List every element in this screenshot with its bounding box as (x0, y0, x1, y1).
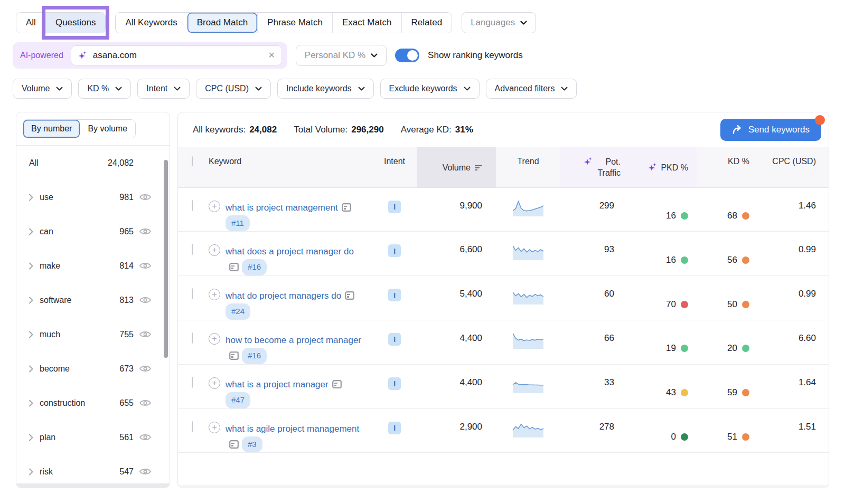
eye-icon[interactable] (139, 227, 152, 235)
eye-icon[interactable] (139, 330, 152, 338)
clear-search-icon[interactable]: ✕ (268, 51, 275, 60)
sort-by-volume[interactable]: By volume (80, 120, 135, 138)
intent-badge[interactable]: I (388, 244, 401, 257)
filter-kd-[interactable]: KD % (78, 79, 131, 99)
ranking-position-badge[interactable]: #47 (226, 392, 250, 408)
sidebar-group-construction[interactable]: construction 655 (16, 386, 170, 420)
cpc-value: 1.64 (759, 365, 829, 408)
eye-icon[interactable] (139, 365, 152, 373)
show-ranking-keywords-toggle[interactable] (395, 49, 419, 62)
row-checkbox[interactable] (192, 200, 193, 211)
filter-intent[interactable]: Intent (137, 79, 190, 99)
pkd-header[interactable]: PKD % (628, 147, 697, 187)
filter-advanced-filters[interactable]: Advanced filters (486, 79, 577, 99)
row-checkbox[interactable] (192, 421, 193, 432)
eye-icon[interactable] (139, 433, 152, 441)
eye-icon[interactable] (139, 468, 152, 476)
filter-exclude-keywords[interactable]: Exclude keywords (380, 79, 480, 99)
add-keyword-icon[interactable]: + (209, 244, 220, 256)
serp-features-icon[interactable] (229, 440, 239, 449)
chevron-right-icon[interactable] (26, 365, 36, 373)
tab-all-keywords[interactable]: All Keywords (116, 13, 186, 33)
send-keywords-button[interactable]: Send keywords (720, 119, 821, 141)
eye-icon[interactable] (139, 296, 152, 304)
ranking-position-badge[interactable]: #24 (226, 303, 250, 320)
chevron-right-icon[interactable] (26, 468, 36, 476)
serp-features-icon[interactable] (342, 203, 351, 212)
keyword-header[interactable]: Keyword (209, 147, 372, 187)
tab-phrase-match[interactable]: Phrase Match (257, 13, 332, 33)
intent-badge[interactable]: I (388, 201, 401, 213)
ranking-position-badge[interactable]: #16 (242, 259, 267, 275)
keyword-link[interactable]: what do project managers do (226, 291, 341, 301)
keyword-link[interactable]: what is agile project management (226, 424, 359, 434)
sidebar-group-make[interactable]: make 814 (16, 249, 170, 283)
filter-include-keywords[interactable]: Include keywords (277, 79, 374, 99)
keyword-link[interactable]: what is project management (226, 203, 338, 213)
eye-icon[interactable] (139, 399, 152, 407)
serp-features-icon[interactable] (345, 291, 354, 300)
chevron-right-icon[interactable] (26, 331, 36, 338)
tab-label: Related (411, 17, 443, 27)
sort-by-number[interactable]: By number (23, 120, 80, 138)
potential-traffic-header[interactable]: Pot.Traffic (560, 147, 628, 187)
filter-cpc-usd-[interactable]: CPC (USD) (196, 79, 271, 99)
tab-broad-match[interactable]: Broad Match (187, 13, 257, 33)
keyword-link[interactable]: what does a project manager do (226, 246, 354, 256)
filter-volume[interactable]: Volume (13, 79, 72, 99)
languages-dropdown[interactable]: Languages (462, 12, 536, 33)
chevron-right-icon[interactable] (26, 434, 36, 441)
ranking-position-badge[interactable]: #11 (226, 215, 250, 232)
ranking-position-badge[interactable]: #3 (242, 436, 262, 453)
add-keyword-icon[interactable]: + (209, 289, 220, 300)
tab-label: Phrase Match (267, 17, 323, 27)
cpc-header[interactable]: CPC (USD) (759, 147, 829, 187)
keyword-groups-sidebar: By numberBy volume All 24,082 use 981 ca… (16, 112, 170, 488)
sidebar-group-use[interactable]: use 981 (16, 180, 170, 214)
intent-badge[interactable]: I (388, 377, 401, 390)
ranking-position-badge[interactable]: #16 (242, 348, 267, 364)
serp-features-icon[interactable] (229, 351, 239, 360)
eye-icon[interactable] (139, 262, 152, 270)
sidebar-group-become[interactable]: become 673 (16, 351, 170, 386)
kd-header[interactable]: KD % (697, 147, 759, 187)
chevron-right-icon[interactable] (26, 400, 36, 407)
keyword-link[interactable]: how to become a project manager (226, 335, 361, 345)
sidebar-horizontal-scrollbar[interactable] (16, 483, 170, 488)
tab-questions[interactable]: Questions (45, 13, 106, 33)
serp-features-icon[interactable] (332, 380, 342, 388)
tab-all[interactable]: All (16, 13, 45, 33)
sidebar-group-plan[interactable]: plan 561 (16, 420, 170, 454)
intent-badge[interactable]: I (388, 333, 401, 346)
sidebar-group-software[interactable]: software 813 (16, 283, 170, 317)
row-checkbox[interactable] (192, 288, 193, 299)
eye-icon[interactable] (139, 193, 152, 201)
tab-related[interactable]: Related (401, 13, 452, 33)
sidebar-scrollbar-thumb[interactable] (164, 160, 168, 358)
add-keyword-icon[interactable]: + (209, 333, 220, 345)
chevron-right-icon[interactable] (26, 194, 36, 201)
intent-badge[interactable]: I (388, 422, 401, 434)
chevron-right-icon[interactable] (26, 262, 36, 270)
chevron-right-icon[interactable] (26, 228, 36, 235)
keyword-link[interactable]: what is a project manager (226, 379, 328, 389)
select-all-checkbox[interactable] (192, 156, 193, 166)
sidebar-group-can[interactable]: can 965 (16, 214, 170, 249)
keyword-search-input[interactable] (93, 50, 263, 61)
tab-exact-match[interactable]: Exact Match (332, 13, 401, 33)
sidebar-group-much[interactable]: much 755 (16, 317, 170, 351)
add-keyword-icon[interactable]: + (209, 201, 220, 212)
serp-features-icon[interactable] (229, 263, 239, 271)
row-checkbox[interactable] (192, 332, 193, 344)
add-keyword-icon[interactable]: + (209, 422, 220, 433)
intent-badge[interactable]: I (388, 289, 401, 301)
intent-header[interactable]: Intent (372, 147, 417, 187)
chevron-right-icon[interactable] (26, 297, 36, 304)
row-checkbox[interactable] (192, 377, 193, 388)
personal-kd-dropdown[interactable]: Personal KD % (296, 45, 387, 66)
volume-header[interactable]: Volume (417, 147, 496, 187)
trend-header[interactable]: Trend (496, 147, 560, 187)
row-checkbox[interactable] (192, 244, 193, 255)
sidebar-all-row[interactable]: All 24,082 (16, 146, 170, 180)
add-keyword-icon[interactable]: + (209, 377, 220, 389)
